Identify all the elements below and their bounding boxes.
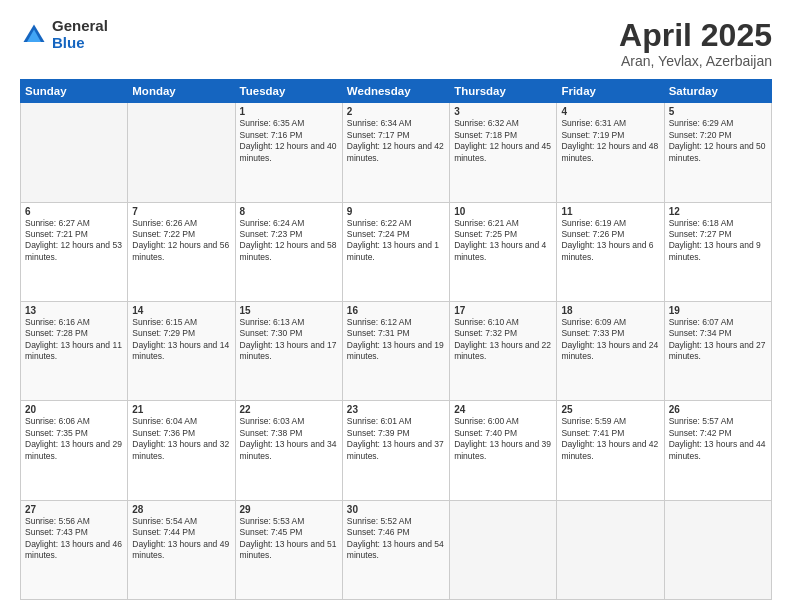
day-info: Sunrise: 5:59 AMSunset: 7:41 PMDaylight:…	[561, 416, 659, 462]
day-number: 1	[240, 106, 338, 117]
weekday-header-wednesday: Wednesday	[342, 80, 449, 103]
weekday-header-tuesday: Tuesday	[235, 80, 342, 103]
calendar-cell: 27Sunrise: 5:56 AMSunset: 7:43 PMDayligh…	[21, 500, 128, 599]
day-info: Sunrise: 6:31 AMSunset: 7:19 PMDaylight:…	[561, 118, 659, 164]
day-number: 13	[25, 305, 123, 316]
weekday-header-monday: Monday	[128, 80, 235, 103]
header: General Blue April 2025 Aran, Yevlax, Az…	[20, 18, 772, 69]
logo-text: General Blue	[52, 18, 108, 51]
main-title: April 2025	[619, 18, 772, 53]
calendar-week-1: 1Sunrise: 6:35 AMSunset: 7:16 PMDaylight…	[21, 103, 772, 202]
day-info: Sunrise: 5:56 AMSunset: 7:43 PMDaylight:…	[25, 516, 123, 562]
calendar-cell: 26Sunrise: 5:57 AMSunset: 7:42 PMDayligh…	[664, 401, 771, 500]
day-info: Sunrise: 6:10 AMSunset: 7:32 PMDaylight:…	[454, 317, 552, 363]
day-info: Sunrise: 5:57 AMSunset: 7:42 PMDaylight:…	[669, 416, 767, 462]
calendar-cell: 4Sunrise: 6:31 AMSunset: 7:19 PMDaylight…	[557, 103, 664, 202]
day-number: 17	[454, 305, 552, 316]
day-info: Sunrise: 6:35 AMSunset: 7:16 PMDaylight:…	[240, 118, 338, 164]
calendar-cell: 14Sunrise: 6:15 AMSunset: 7:29 PMDayligh…	[128, 301, 235, 400]
calendar-cell: 25Sunrise: 5:59 AMSunset: 7:41 PMDayligh…	[557, 401, 664, 500]
day-info: Sunrise: 5:52 AMSunset: 7:46 PMDaylight:…	[347, 516, 445, 562]
calendar-cell: 12Sunrise: 6:18 AMSunset: 7:27 PMDayligh…	[664, 202, 771, 301]
day-number: 10	[454, 206, 552, 217]
calendar-cell: 7Sunrise: 6:26 AMSunset: 7:22 PMDaylight…	[128, 202, 235, 301]
calendar-cell: 28Sunrise: 5:54 AMSunset: 7:44 PMDayligh…	[128, 500, 235, 599]
day-number: 26	[669, 404, 767, 415]
logo: General Blue	[20, 18, 108, 51]
day-info: Sunrise: 6:19 AMSunset: 7:26 PMDaylight:…	[561, 218, 659, 264]
day-number: 20	[25, 404, 123, 415]
day-info: Sunrise: 6:15 AMSunset: 7:29 PMDaylight:…	[132, 317, 230, 363]
day-info: Sunrise: 6:24 AMSunset: 7:23 PMDaylight:…	[240, 218, 338, 264]
day-number: 3	[454, 106, 552, 117]
day-number: 25	[561, 404, 659, 415]
day-number: 8	[240, 206, 338, 217]
day-number: 22	[240, 404, 338, 415]
day-info: Sunrise: 6:26 AMSunset: 7:22 PMDaylight:…	[132, 218, 230, 264]
calendar-cell	[557, 500, 664, 599]
day-info: Sunrise: 5:53 AMSunset: 7:45 PMDaylight:…	[240, 516, 338, 562]
calendar-week-2: 6Sunrise: 6:27 AMSunset: 7:21 PMDaylight…	[21, 202, 772, 301]
page: General Blue April 2025 Aran, Yevlax, Az…	[0, 0, 792, 612]
day-info: Sunrise: 6:12 AMSunset: 7:31 PMDaylight:…	[347, 317, 445, 363]
day-number: 5	[669, 106, 767, 117]
calendar-cell: 3Sunrise: 6:32 AMSunset: 7:18 PMDaylight…	[450, 103, 557, 202]
logo-icon	[20, 21, 48, 49]
calendar-cell: 17Sunrise: 6:10 AMSunset: 7:32 PMDayligh…	[450, 301, 557, 400]
day-number: 4	[561, 106, 659, 117]
calendar-cell: 19Sunrise: 6:07 AMSunset: 7:34 PMDayligh…	[664, 301, 771, 400]
day-number: 18	[561, 305, 659, 316]
day-number: 9	[347, 206, 445, 217]
day-info: Sunrise: 6:22 AMSunset: 7:24 PMDaylight:…	[347, 218, 445, 264]
calendar-cell: 20Sunrise: 6:06 AMSunset: 7:35 PMDayligh…	[21, 401, 128, 500]
calendar-cell: 23Sunrise: 6:01 AMSunset: 7:39 PMDayligh…	[342, 401, 449, 500]
weekday-row: SundayMondayTuesdayWednesdayThursdayFrid…	[21, 80, 772, 103]
day-number: 15	[240, 305, 338, 316]
day-number: 24	[454, 404, 552, 415]
day-info: Sunrise: 6:27 AMSunset: 7:21 PMDaylight:…	[25, 218, 123, 264]
day-number: 27	[25, 504, 123, 515]
calendar-cell: 22Sunrise: 6:03 AMSunset: 7:38 PMDayligh…	[235, 401, 342, 500]
calendar-cell: 13Sunrise: 6:16 AMSunset: 7:28 PMDayligh…	[21, 301, 128, 400]
day-info: Sunrise: 6:01 AMSunset: 7:39 PMDaylight:…	[347, 416, 445, 462]
calendar-cell: 24Sunrise: 6:00 AMSunset: 7:40 PMDayligh…	[450, 401, 557, 500]
calendar-week-3: 13Sunrise: 6:16 AMSunset: 7:28 PMDayligh…	[21, 301, 772, 400]
calendar-cell	[128, 103, 235, 202]
calendar-week-4: 20Sunrise: 6:06 AMSunset: 7:35 PMDayligh…	[21, 401, 772, 500]
day-number: 6	[25, 206, 123, 217]
calendar-cell: 5Sunrise: 6:29 AMSunset: 7:20 PMDaylight…	[664, 103, 771, 202]
calendar-cell: 10Sunrise: 6:21 AMSunset: 7:25 PMDayligh…	[450, 202, 557, 301]
day-number: 21	[132, 404, 230, 415]
day-info: Sunrise: 6:13 AMSunset: 7:30 PMDaylight:…	[240, 317, 338, 363]
day-info: Sunrise: 6:18 AMSunset: 7:27 PMDaylight:…	[669, 218, 767, 264]
calendar-body: 1Sunrise: 6:35 AMSunset: 7:16 PMDaylight…	[21, 103, 772, 600]
weekday-header-friday: Friday	[557, 80, 664, 103]
calendar-cell: 18Sunrise: 6:09 AMSunset: 7:33 PMDayligh…	[557, 301, 664, 400]
day-info: Sunrise: 6:29 AMSunset: 7:20 PMDaylight:…	[669, 118, 767, 164]
calendar-cell: 2Sunrise: 6:34 AMSunset: 7:17 PMDaylight…	[342, 103, 449, 202]
day-number: 14	[132, 305, 230, 316]
day-info: Sunrise: 6:32 AMSunset: 7:18 PMDaylight:…	[454, 118, 552, 164]
day-info: Sunrise: 6:06 AMSunset: 7:35 PMDaylight:…	[25, 416, 123, 462]
calendar-cell: 6Sunrise: 6:27 AMSunset: 7:21 PMDaylight…	[21, 202, 128, 301]
day-info: Sunrise: 5:54 AMSunset: 7:44 PMDaylight:…	[132, 516, 230, 562]
calendar-cell: 21Sunrise: 6:04 AMSunset: 7:36 PMDayligh…	[128, 401, 235, 500]
calendar-cell: 11Sunrise: 6:19 AMSunset: 7:26 PMDayligh…	[557, 202, 664, 301]
calendar-cell: 15Sunrise: 6:13 AMSunset: 7:30 PMDayligh…	[235, 301, 342, 400]
day-info: Sunrise: 6:04 AMSunset: 7:36 PMDaylight:…	[132, 416, 230, 462]
weekday-header-sunday: Sunday	[21, 80, 128, 103]
weekday-header-saturday: Saturday	[664, 80, 771, 103]
logo-blue-text: Blue	[52, 35, 108, 52]
day-info: Sunrise: 6:34 AMSunset: 7:17 PMDaylight:…	[347, 118, 445, 164]
logo-general-text: General	[52, 18, 108, 35]
day-number: 16	[347, 305, 445, 316]
calendar-cell: 16Sunrise: 6:12 AMSunset: 7:31 PMDayligh…	[342, 301, 449, 400]
title-section: April 2025 Aran, Yevlax, Azerbaijan	[619, 18, 772, 69]
day-number: 7	[132, 206, 230, 217]
day-number: 2	[347, 106, 445, 117]
day-number: 19	[669, 305, 767, 316]
day-number: 29	[240, 504, 338, 515]
weekday-header-thursday: Thursday	[450, 80, 557, 103]
day-number: 30	[347, 504, 445, 515]
day-number: 28	[132, 504, 230, 515]
